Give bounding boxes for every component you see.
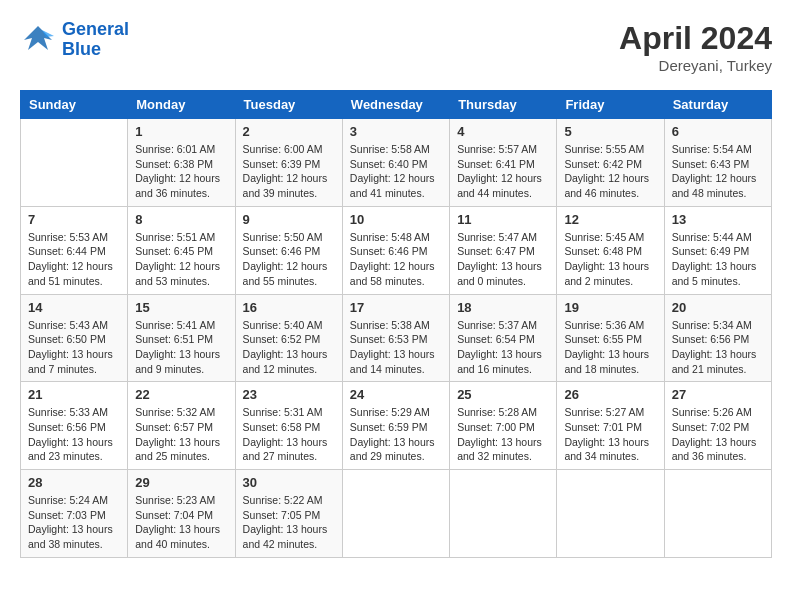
day-number: 25	[457, 387, 549, 402]
day-info: Sunrise: 5:58 AM Sunset: 6:40 PM Dayligh…	[350, 142, 442, 201]
day-info: Sunrise: 5:22 AM Sunset: 7:05 PM Dayligh…	[243, 493, 335, 552]
day-number: 27	[672, 387, 764, 402]
calendar-cell: 29Sunrise: 5:23 AM Sunset: 7:04 PM Dayli…	[128, 470, 235, 558]
day-number: 22	[135, 387, 227, 402]
day-info: Sunrise: 5:44 AM Sunset: 6:49 PM Dayligh…	[672, 230, 764, 289]
day-number: 15	[135, 300, 227, 315]
calendar-cell: 11Sunrise: 5:47 AM Sunset: 6:47 PM Dayli…	[450, 206, 557, 294]
day-number: 10	[350, 212, 442, 227]
day-info: Sunrise: 5:38 AM Sunset: 6:53 PM Dayligh…	[350, 318, 442, 377]
day-number: 13	[672, 212, 764, 227]
day-number: 9	[243, 212, 335, 227]
calendar-cell	[342, 470, 449, 558]
day-info: Sunrise: 5:40 AM Sunset: 6:52 PM Dayligh…	[243, 318, 335, 377]
day-number: 7	[28, 212, 120, 227]
calendar-cell: 5Sunrise: 5:55 AM Sunset: 6:42 PM Daylig…	[557, 119, 664, 207]
day-info: Sunrise: 6:00 AM Sunset: 6:39 PM Dayligh…	[243, 142, 335, 201]
day-number: 16	[243, 300, 335, 315]
day-info: Sunrise: 5:45 AM Sunset: 6:48 PM Dayligh…	[564, 230, 656, 289]
day-info: Sunrise: 5:54 AM Sunset: 6:43 PM Dayligh…	[672, 142, 764, 201]
logo-text: General Blue	[62, 20, 129, 60]
day-info: Sunrise: 5:53 AM Sunset: 6:44 PM Dayligh…	[28, 230, 120, 289]
calendar-cell: 21Sunrise: 5:33 AM Sunset: 6:56 PM Dayli…	[21, 382, 128, 470]
logo-icon	[20, 22, 56, 58]
day-number: 14	[28, 300, 120, 315]
calendar-week-row: 14Sunrise: 5:43 AM Sunset: 6:50 PM Dayli…	[21, 294, 772, 382]
calendar-cell: 1Sunrise: 6:01 AM Sunset: 6:38 PM Daylig…	[128, 119, 235, 207]
logo: General Blue	[20, 20, 129, 60]
calendar-week-row: 1Sunrise: 6:01 AM Sunset: 6:38 PM Daylig…	[21, 119, 772, 207]
weekday-header: Sunday	[21, 91, 128, 119]
day-number: 11	[457, 212, 549, 227]
day-number: 24	[350, 387, 442, 402]
calendar-cell: 18Sunrise: 5:37 AM Sunset: 6:54 PM Dayli…	[450, 294, 557, 382]
day-info: Sunrise: 5:41 AM Sunset: 6:51 PM Dayligh…	[135, 318, 227, 377]
day-number: 5	[564, 124, 656, 139]
weekday-header: Tuesday	[235, 91, 342, 119]
day-info: Sunrise: 5:51 AM Sunset: 6:45 PM Dayligh…	[135, 230, 227, 289]
day-number: 18	[457, 300, 549, 315]
calendar-cell: 2Sunrise: 6:00 AM Sunset: 6:39 PM Daylig…	[235, 119, 342, 207]
calendar-table: SundayMondayTuesdayWednesdayThursdayFrid…	[20, 90, 772, 558]
calendar-week-row: 28Sunrise: 5:24 AM Sunset: 7:03 PM Dayli…	[21, 470, 772, 558]
calendar-cell	[450, 470, 557, 558]
day-info: Sunrise: 5:26 AM Sunset: 7:02 PM Dayligh…	[672, 405, 764, 464]
day-info: Sunrise: 5:31 AM Sunset: 6:58 PM Dayligh…	[243, 405, 335, 464]
day-info: Sunrise: 6:01 AM Sunset: 6:38 PM Dayligh…	[135, 142, 227, 201]
month-title: April 2024	[619, 20, 772, 57]
calendar-cell: 20Sunrise: 5:34 AM Sunset: 6:56 PM Dayli…	[664, 294, 771, 382]
day-info: Sunrise: 5:29 AM Sunset: 6:59 PM Dayligh…	[350, 405, 442, 464]
calendar-week-row: 7Sunrise: 5:53 AM Sunset: 6:44 PM Daylig…	[21, 206, 772, 294]
day-info: Sunrise: 5:32 AM Sunset: 6:57 PM Dayligh…	[135, 405, 227, 464]
day-info: Sunrise: 5:34 AM Sunset: 6:56 PM Dayligh…	[672, 318, 764, 377]
day-number: 8	[135, 212, 227, 227]
day-number: 6	[672, 124, 764, 139]
weekday-header: Thursday	[450, 91, 557, 119]
calendar-cell: 27Sunrise: 5:26 AM Sunset: 7:02 PM Dayli…	[664, 382, 771, 470]
day-number: 29	[135, 475, 227, 490]
day-info: Sunrise: 5:50 AM Sunset: 6:46 PM Dayligh…	[243, 230, 335, 289]
calendar-cell: 13Sunrise: 5:44 AM Sunset: 6:49 PM Dayli…	[664, 206, 771, 294]
weekday-header-row: SundayMondayTuesdayWednesdayThursdayFrid…	[21, 91, 772, 119]
calendar-cell: 7Sunrise: 5:53 AM Sunset: 6:44 PM Daylig…	[21, 206, 128, 294]
calendar-cell: 4Sunrise: 5:57 AM Sunset: 6:41 PM Daylig…	[450, 119, 557, 207]
calendar-cell: 3Sunrise: 5:58 AM Sunset: 6:40 PM Daylig…	[342, 119, 449, 207]
page-header: General Blue April 2024 Dereyani, Turkey	[20, 20, 772, 74]
day-info: Sunrise: 5:37 AM Sunset: 6:54 PM Dayligh…	[457, 318, 549, 377]
day-number: 20	[672, 300, 764, 315]
day-number: 2	[243, 124, 335, 139]
day-number: 12	[564, 212, 656, 227]
calendar-cell: 28Sunrise: 5:24 AM Sunset: 7:03 PM Dayli…	[21, 470, 128, 558]
day-info: Sunrise: 5:47 AM Sunset: 6:47 PM Dayligh…	[457, 230, 549, 289]
day-number: 17	[350, 300, 442, 315]
calendar-cell: 14Sunrise: 5:43 AM Sunset: 6:50 PM Dayli…	[21, 294, 128, 382]
calendar-cell: 8Sunrise: 5:51 AM Sunset: 6:45 PM Daylig…	[128, 206, 235, 294]
calendar-cell: 17Sunrise: 5:38 AM Sunset: 6:53 PM Dayli…	[342, 294, 449, 382]
weekday-header: Friday	[557, 91, 664, 119]
calendar-cell	[21, 119, 128, 207]
calendar-cell	[664, 470, 771, 558]
calendar-cell	[557, 470, 664, 558]
calendar-cell: 23Sunrise: 5:31 AM Sunset: 6:58 PM Dayli…	[235, 382, 342, 470]
calendar-cell: 16Sunrise: 5:40 AM Sunset: 6:52 PM Dayli…	[235, 294, 342, 382]
weekday-header: Wednesday	[342, 91, 449, 119]
day-info: Sunrise: 5:27 AM Sunset: 7:01 PM Dayligh…	[564, 405, 656, 464]
day-number: 3	[350, 124, 442, 139]
day-info: Sunrise: 5:24 AM Sunset: 7:03 PM Dayligh…	[28, 493, 120, 552]
calendar-week-row: 21Sunrise: 5:33 AM Sunset: 6:56 PM Dayli…	[21, 382, 772, 470]
day-info: Sunrise: 5:36 AM Sunset: 6:55 PM Dayligh…	[564, 318, 656, 377]
calendar-cell: 19Sunrise: 5:36 AM Sunset: 6:55 PM Dayli…	[557, 294, 664, 382]
calendar-cell: 9Sunrise: 5:50 AM Sunset: 6:46 PM Daylig…	[235, 206, 342, 294]
calendar-cell: 25Sunrise: 5:28 AM Sunset: 7:00 PM Dayli…	[450, 382, 557, 470]
calendar-cell: 26Sunrise: 5:27 AM Sunset: 7:01 PM Dayli…	[557, 382, 664, 470]
title-block: April 2024 Dereyani, Turkey	[619, 20, 772, 74]
calendar-cell: 6Sunrise: 5:54 AM Sunset: 6:43 PM Daylig…	[664, 119, 771, 207]
weekday-header: Saturday	[664, 91, 771, 119]
location-subtitle: Dereyani, Turkey	[619, 57, 772, 74]
day-number: 1	[135, 124, 227, 139]
day-info: Sunrise: 5:23 AM Sunset: 7:04 PM Dayligh…	[135, 493, 227, 552]
day-number: 23	[243, 387, 335, 402]
calendar-cell: 10Sunrise: 5:48 AM Sunset: 6:46 PM Dayli…	[342, 206, 449, 294]
day-number: 26	[564, 387, 656, 402]
calendar-cell: 15Sunrise: 5:41 AM Sunset: 6:51 PM Dayli…	[128, 294, 235, 382]
